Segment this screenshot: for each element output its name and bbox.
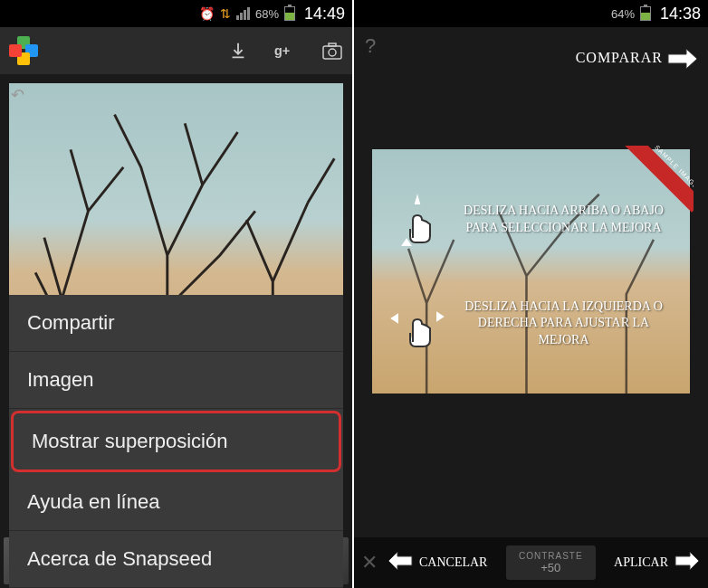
signal-icon <box>236 7 250 20</box>
adjustment-value: +50 <box>519 561 583 574</box>
bottom-toolbar: ✕ CANCELAR CONTRASTE +50 APLICAR <box>354 537 708 588</box>
menu-item-share[interactable]: Compartir <box>9 295 343 352</box>
alarm-icon: ⏰ <box>199 6 215 21</box>
menu-item-show-overlay[interactable]: Mostrar superposición <box>11 411 341 472</box>
clock-time: 14:38 <box>660 5 701 24</box>
dual-screenshot-container: ⏰ ⇅ 68% 14:49 g+ <box>0 0 708 588</box>
google-plus-icon[interactable]: g+ <box>274 40 296 62</box>
help-icon[interactable]: ? <box>365 34 376 58</box>
screen-right: 64% 14:38 ? COMPARAR SAMPLE IMAGE <box>354 0 708 588</box>
clock-time: 14:49 <box>304 5 345 24</box>
svg-rect-3 <box>329 43 336 46</box>
swipe-horizontal-hand-icon <box>390 297 445 351</box>
svg-text:g+: g+ <box>274 43 290 58</box>
swipe-vertical-hand-icon <box>390 193 445 247</box>
svg-rect-1 <box>323 46 341 59</box>
close-icon[interactable]: ✕ <box>361 551 378 574</box>
menu-item-image[interactable]: Imagen <box>9 352 343 409</box>
battery-icon <box>640 6 651 21</box>
cancel-arrow-icon[interactable] <box>387 551 414 574</box>
download-icon[interactable] <box>227 40 249 62</box>
overflow-menu: Compartir Imagen Mostrar superposición A… <box>9 295 343 588</box>
apply-label: APLICAR <box>614 555 668 570</box>
action-bar: g+ <box>0 27 352 74</box>
tutorial-text-vertical: DESLIZA HACIA ARRIBA O ABAJO PARA SELECC… <box>455 203 672 235</box>
adjustment-value-box[interactable]: CONTRASTE +50 <box>506 545 596 580</box>
wifi-icon: ⇅ <box>220 6 231 21</box>
screen-left: ⏰ ⇅ 68% 14:49 g+ <box>0 0 354 588</box>
cancel-label: CANCELAR <box>419 555 487 570</box>
battery-pct: 64% <box>611 7 635 21</box>
menu-item-online-help[interactable]: Ayuda en línea <box>9 474 343 531</box>
camera-icon[interactable] <box>321 40 343 62</box>
menu-item-about[interactable]: Acerca de Snapseed <box>9 531 343 588</box>
tutorial-text-horizontal: DESLIZA HACIA LA IZQUIERDA O DERECHA PAR… <box>455 299 672 348</box>
tutorial-overlay: SAMPLE IMAGE DESLIZA HACIA ARRIBA <box>372 149 690 394</box>
status-bar: ⏰ ⇅ 68% 14:49 <box>0 0 352 27</box>
adjustment-label: CONTRASTE <box>519 551 583 561</box>
snapseed-app-icon[interactable] <box>9 36 38 65</box>
apply-arrow-icon[interactable] <box>674 551 701 574</box>
compare-label: COMPARAR <box>576 50 663 66</box>
battery-pct: 68% <box>255 7 279 21</box>
undo-icon[interactable]: ↶ <box>11 85 24 105</box>
svg-point-2 <box>329 49 336 56</box>
compare-arrow-icon[interactable] <box>666 47 699 74</box>
status-bar: 64% 14:38 <box>354 0 708 27</box>
battery-icon <box>284 6 295 21</box>
